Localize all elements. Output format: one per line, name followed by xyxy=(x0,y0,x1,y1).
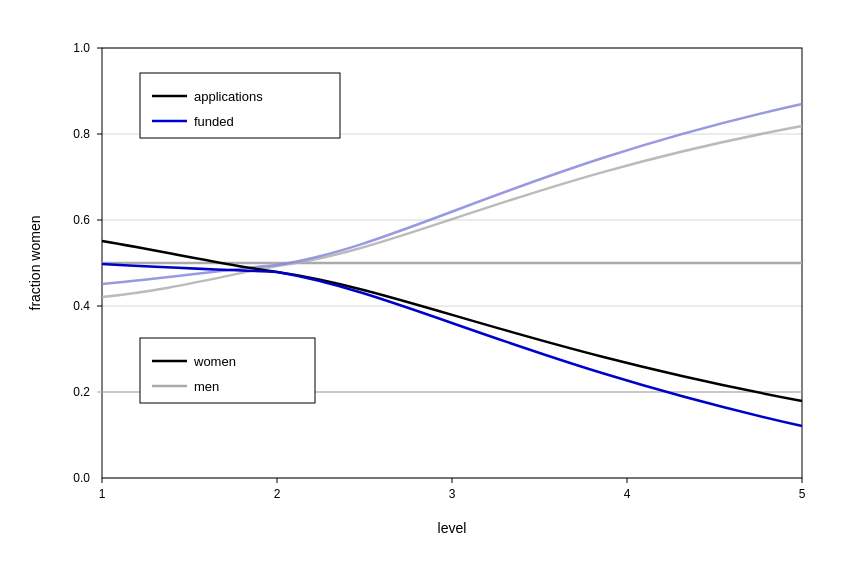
legend-women-label: women xyxy=(193,354,236,369)
y-axis-label: fraction women xyxy=(27,216,43,311)
chart-container: 1.0 0.8 0.6 0.4 0.2 0.0 1 2 3 4 5 level … xyxy=(22,18,842,558)
legend-men-label: men xyxy=(194,379,219,394)
legend-funded-label: funded xyxy=(194,114,234,129)
x-tick-3: 3 xyxy=(449,487,456,501)
y-tick-0.2: 0.2 xyxy=(73,385,90,399)
y-tick-0.8: 0.8 xyxy=(73,127,90,141)
x-tick-4: 4 xyxy=(624,487,631,501)
x-tick-2: 2 xyxy=(274,487,281,501)
y-tick-0.0: 0.0 xyxy=(73,471,90,485)
bottom-legend-box xyxy=(140,338,315,403)
top-legend-box xyxy=(140,73,340,138)
x-tick-5: 5 xyxy=(799,487,806,501)
y-tick-0.6: 0.6 xyxy=(73,213,90,227)
legend-applications-label: applications xyxy=(194,89,263,104)
y-tick-1.0: 1.0 xyxy=(73,41,90,55)
x-tick-1: 1 xyxy=(99,487,106,501)
y-tick-0.4: 0.4 xyxy=(73,299,90,313)
x-axis-label: level xyxy=(438,520,467,536)
